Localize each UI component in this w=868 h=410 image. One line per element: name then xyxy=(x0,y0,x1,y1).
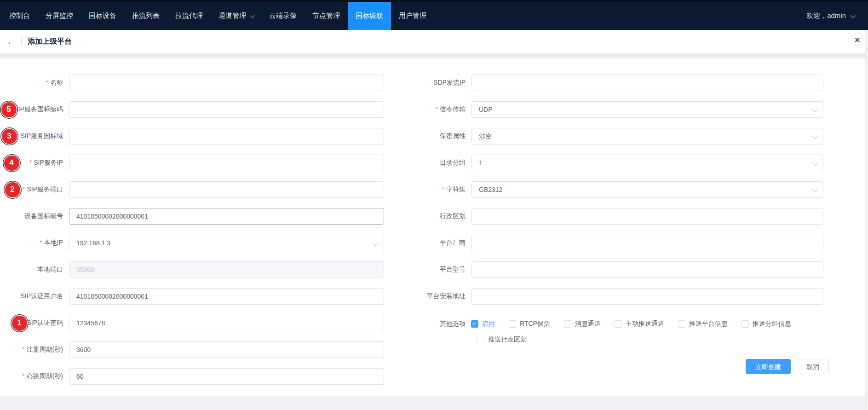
checkbox-label: 推送分组信息 xyxy=(753,320,791,328)
admin-division-input[interactable] xyxy=(471,208,823,225)
platform-model-input[interactable] xyxy=(471,261,823,278)
charset-select[interactable]: GB2312 xyxy=(471,181,823,198)
field-label-text: SIP服务国标编码 xyxy=(14,105,63,113)
field-value: 192.168.1.3 xyxy=(76,235,110,251)
checkbox-rtcp-keepalive[interactable]: RTCP保活 xyxy=(509,320,550,328)
cancel-button[interactable]: 取消 xyxy=(797,359,829,374)
nav-tab-label: 分屏监控 xyxy=(46,12,73,20)
checkbox-group-row1: 启用RTCP保活消息通道主动推送通道推送平台信息推送分组信息 xyxy=(471,320,805,328)
required-asterisk: * xyxy=(436,105,438,113)
nav-tab-pull-stream-proxy[interactable]: 拉流代理 xyxy=(167,2,211,30)
checkbox-message-channel[interactable]: 消息通道 xyxy=(564,320,601,328)
secrecy-attribute-select[interactable]: 涉密 xyxy=(471,128,823,144)
page-title: 添加上级平台 xyxy=(28,37,72,46)
field-label-text: 本地IP xyxy=(44,239,63,246)
form-field-platform-model: 平台型号 xyxy=(294,261,829,278)
chevron-down-icon xyxy=(812,107,818,113)
required-asterisk: * xyxy=(22,372,24,380)
form-field-directory-group: 目录分组1 xyxy=(294,155,829,171)
create-button[interactable]: 立即创建 xyxy=(746,359,791,374)
platform-vendor-input[interactable] xyxy=(471,235,823,251)
checkbox-unchecked-icon xyxy=(615,320,622,328)
field-label-directory-group: 目录分组 xyxy=(294,159,471,167)
nav-tab-cloud-recording[interactable]: 云端录像 xyxy=(261,2,305,30)
nav-tab-label: 推流列表 xyxy=(132,12,160,20)
field-label-text: SDP发流IP xyxy=(433,79,466,86)
other-options-row2: 推送行政区划 xyxy=(477,335,540,344)
back-arrow-icon[interactable]: ← xyxy=(6,37,15,46)
field-value: UDP xyxy=(479,102,493,117)
nav-tab-push-stream-list[interactable]: 推流列表 xyxy=(124,2,167,30)
checkbox-unchecked-icon xyxy=(564,320,571,328)
field-label-sip-auth-username: SIP认证用户名 xyxy=(0,292,69,300)
form-field-charset: *字符集GB2312 xyxy=(294,181,829,198)
user-menu[interactable]: 欢迎，admin xyxy=(806,2,868,30)
nav-tab-channel-management[interactable]: 通道管理 xyxy=(211,2,261,30)
required-asterisk: * xyxy=(40,239,42,246)
field-label-text: 平台厂商 xyxy=(440,239,466,246)
required-asterisk: * xyxy=(29,159,32,166)
form-actions: 立即创建 取消 xyxy=(477,359,829,374)
required-asterisk: * xyxy=(23,185,25,193)
scrollbar[interactable] xyxy=(865,30,868,410)
checkbox-enable[interactable]: 启用 xyxy=(471,320,495,328)
annotation-badge-1: 1 xyxy=(12,316,27,331)
field-label-text: 目录分组 xyxy=(440,159,466,166)
checkbox-label: 启用 xyxy=(482,320,495,328)
checkbox-push-group-info[interactable]: 推送分组信息 xyxy=(742,320,791,328)
nav-tab-label: 国标设备 xyxy=(89,12,116,20)
nav-tab-console[interactable]: 控制台 xyxy=(1,2,38,30)
sdp-send-ip-input[interactable] xyxy=(471,75,823,91)
platform-install-address-input[interactable] xyxy=(471,288,823,305)
signal-transport-select[interactable]: UDP xyxy=(471,101,823,118)
field-label-local-port: 本地端口 xyxy=(0,266,69,274)
required-asterisk: * xyxy=(22,346,24,353)
annotation-badge-number: 2 xyxy=(10,185,14,194)
nav-tab-split-screen-monitor[interactable]: 分屏监控 xyxy=(38,2,81,30)
checkbox-label: 推送平台信息 xyxy=(689,320,728,328)
annotation-badge-number: 3 xyxy=(7,132,11,141)
field-value: 41010500002000000001 xyxy=(76,208,148,224)
other-options-label: 其他选项 xyxy=(0,320,471,328)
required-asterisk: * xyxy=(442,185,444,193)
nav-tab-label: 用户管理 xyxy=(399,12,426,20)
annotation-badge-2: 2 xyxy=(5,182,20,197)
field-label-text: 保密属性 xyxy=(440,132,466,139)
field-label-device-gb-code: 设备国标编号 xyxy=(0,212,69,220)
annotation-badge-4: 4 xyxy=(4,156,19,171)
field-value: 涉密 xyxy=(479,128,492,144)
nav-tab-node-management[interactable]: 节点管理 xyxy=(305,2,348,30)
close-icon[interactable]: ✕ xyxy=(854,36,861,44)
checkbox-active-push-channel[interactable]: 主动推送通道 xyxy=(615,320,664,328)
directory-group-select[interactable]: 1 xyxy=(471,155,823,171)
field-value: 60 xyxy=(76,369,84,384)
nav-tab-user-management[interactable]: 用户管理 xyxy=(391,2,434,30)
form-field-admin-division: 行政区划 xyxy=(294,208,829,225)
heartbeat-period-input[interactable]: 60 xyxy=(69,368,384,385)
nav-tab-label: 控制台 xyxy=(9,12,30,20)
field-label-charset: *字符集 xyxy=(294,185,471,194)
nav-tab-gb-devices[interactable]: 国标设备 xyxy=(81,2,124,30)
field-label-text: 本地端口 xyxy=(37,266,63,273)
form-field-platform-install-address: 平台安装地址 xyxy=(294,288,829,305)
page-header: ← 添加上级平台 ✕ xyxy=(0,30,868,53)
field-label-platform-model: 平台型号 xyxy=(294,266,471,274)
checkbox-push-platform-info[interactable]: 推送平台信息 xyxy=(678,320,728,328)
checkbox-group-row2: 推送行政区划 xyxy=(477,335,540,344)
checkbox-label: 主动推送通道 xyxy=(626,320,664,328)
checkbox-label: RTCP保活 xyxy=(520,320,550,328)
checkbox-unchecked-icon xyxy=(742,320,749,328)
chevron-down-icon xyxy=(250,12,255,17)
register-period-input[interactable]: 3600 xyxy=(69,341,384,358)
top-navbar: 控制台分屏监控国标设备推流列表拉流代理通道管理云端录像节点管理国标级联用户管理 … xyxy=(0,2,868,30)
field-label-text: 平台安装地址 xyxy=(427,292,466,300)
nav-tab-label: 通道管理 xyxy=(218,12,246,20)
nav-tab-gb-cascade[interactable]: 国标级联 xyxy=(348,2,391,30)
header-divider xyxy=(21,38,22,45)
field-label-text: 字符集 xyxy=(446,185,466,193)
checkbox-push-admin-division[interactable]: 推送行政区划 xyxy=(477,335,527,344)
field-label-text: 注册周期(秒) xyxy=(27,346,63,353)
field-label-heartbeat-period: *心跳周期(秒) xyxy=(0,372,69,381)
form-column-right: SDP发流IP*信令传输UDP保密属性涉密目录分组1*字符集GB2312行政区划… xyxy=(294,75,829,315)
form-panel: *名称SIP服务国标编码*SIP服务国标域*SIP服务IP*SIP服务端口设备国… xyxy=(0,58,868,396)
